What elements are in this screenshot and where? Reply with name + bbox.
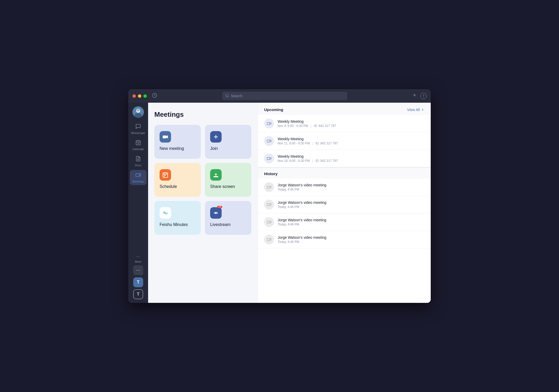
upcoming-item-0-icon bbox=[264, 119, 274, 128]
svg-rect-17 bbox=[136, 174, 139, 176]
more-label: More bbox=[135, 260, 141, 263]
svg-line-2 bbox=[228, 96, 228, 97]
history-icon[interactable] bbox=[152, 93, 157, 99]
more-button[interactable]: ··· More bbox=[135, 254, 141, 263]
search-bar[interactable]: Search bbox=[222, 92, 347, 100]
upcoming-section: Upcoming View All bbox=[258, 103, 431, 168]
close-button[interactable] bbox=[132, 94, 136, 98]
docs-icon bbox=[135, 156, 141, 163]
help-button[interactable]: ? bbox=[420, 93, 427, 99]
history-item-1-time: Today, 4:46 PM bbox=[278, 205, 424, 209]
page-title: Meetings bbox=[154, 111, 251, 119]
svg-rect-32 bbox=[214, 176, 218, 177]
avatar[interactable] bbox=[132, 106, 144, 118]
sidebar-item-messenger-label: Messenger bbox=[131, 131, 145, 134]
meeting-grid: New meeting Join bbox=[154, 125, 251, 235]
upcoming-header: Upcoming View All bbox=[258, 103, 431, 115]
feishu-minutes-card[interactable]: Feishu Minutes bbox=[154, 201, 201, 235]
calendar-icon: 29 bbox=[135, 140, 141, 147]
schedule-label: Schedule bbox=[160, 184, 177, 189]
upcoming-item-0-name: Weekly Meeting bbox=[278, 119, 424, 124]
history-item-0-name: Jorge Watson's video meeting bbox=[278, 183, 424, 187]
upcoming-item-0-detail: Nov 4, 6:00 - 6:30 PM | ID: 842 317 797 bbox=[278, 124, 424, 128]
history-item-1-name: Jorge Watson's video meeting bbox=[278, 200, 424, 205]
svg-point-1 bbox=[226, 94, 228, 96]
upcoming-item-1-name: Weekly Meeting bbox=[278, 137, 424, 141]
upcoming-item-1-icon bbox=[264, 136, 274, 146]
history-item-2[interactable]: Jorge Watson's video meeting Today, 4:46… bbox=[258, 213, 431, 231]
sidebar-item-messenger[interactable]: Messenger bbox=[130, 121, 147, 137]
livestream-card[interactable]: LIVE Livestream bbox=[205, 201, 251, 235]
history-section: History Jorge Watson's video me bbox=[258, 168, 431, 248]
share-screen-card[interactable]: Share screen bbox=[205, 163, 251, 197]
sidebar-item-docs[interactable]: Docs bbox=[130, 154, 147, 169]
share-screen-label: Share screen bbox=[210, 184, 235, 189]
history-item-2-time: Today, 4:46 PM bbox=[278, 223, 424, 226]
upcoming-item-2[interactable]: Weekly Meeting Nov 18, 6:00 - 6:30 PM | … bbox=[258, 150, 431, 167]
view-all-button[interactable]: View All bbox=[407, 108, 424, 112]
history-item-3-info: Jorge Watson's video meeting Today, 4:46… bbox=[278, 235, 424, 244]
titlebar: Search ? bbox=[128, 89, 431, 103]
search-placeholder: Search bbox=[231, 94, 242, 98]
search-icon bbox=[225, 94, 229, 98]
extra-dots-button[interactable] bbox=[133, 265, 143, 275]
maximize-button[interactable] bbox=[143, 94, 147, 98]
svg-point-18 bbox=[136, 270, 137, 271]
history-item-3-name: Jorge Watson's video meeting bbox=[278, 235, 424, 240]
app-window: Search ? bbox=[128, 89, 431, 303]
history-item-1[interactable]: Jorge Watson's video meeting Today, 4:46… bbox=[258, 196, 431, 213]
svg-text:29: 29 bbox=[137, 143, 139, 144]
history-item-0-time: Today, 4:46 PM bbox=[278, 188, 424, 191]
content-area: Meetings New meeting bbox=[148, 103, 431, 303]
svg-rect-39 bbox=[267, 221, 270, 223]
svg-rect-36 bbox=[267, 157, 270, 160]
schedule-card[interactable]: Schedule bbox=[154, 163, 201, 197]
history-item-3[interactable]: Jorge Watson's video meeting Today, 4:46… bbox=[258, 231, 431, 248]
history-item-0[interactable]: Jorge Watson's video meeting Today, 4:46… bbox=[258, 179, 431, 196]
add-button[interactable] bbox=[412, 93, 417, 99]
new-meeting-icon bbox=[160, 131, 171, 143]
livestream-icon: LIVE bbox=[210, 207, 222, 219]
share-screen-icon bbox=[210, 169, 222, 181]
upcoming-item-2-info: Weekly Meeting Nov 18, 6:00 - 6:30 PM | … bbox=[278, 154, 424, 163]
more-dots-icon: ··· bbox=[136, 254, 140, 259]
schedule-icon bbox=[160, 169, 171, 181]
svg-point-20 bbox=[139, 270, 140, 271]
sidebar-item-docs-label: Docs bbox=[135, 164, 141, 167]
livestream-label: Livestream bbox=[210, 222, 230, 227]
sidebar: Messenger 29 Calendar bbox=[128, 103, 148, 303]
upcoming-item-2-name: Weekly Meeting bbox=[278, 154, 424, 158]
live-badge: LIVE bbox=[217, 206, 222, 208]
upcoming-list: Weekly Meeting Nov 4, 6:00 - 6:30 PM | I… bbox=[258, 115, 431, 167]
svg-point-33 bbox=[215, 212, 217, 214]
minimize-button[interactable] bbox=[138, 94, 141, 98]
history-item-2-icon bbox=[264, 217, 274, 227]
feishu-minutes-icon bbox=[160, 207, 171, 219]
join-label: Join bbox=[210, 146, 218, 151]
history-item-3-time: Today, 4:46 PM bbox=[278, 240, 424, 244]
svg-rect-28 bbox=[164, 175, 165, 176]
history-title: History bbox=[264, 172, 278, 176]
sidebar-item-calendar[interactable]: 29 Calendar bbox=[130, 138, 147, 153]
upcoming-item-2-icon bbox=[264, 154, 274, 163]
upcoming-item-0[interactable]: Weekly Meeting Nov 4, 6:00 - 6:30 PM | I… bbox=[258, 115, 431, 132]
upcoming-item-1[interactable]: Weekly Meeting Nov 11, 6:00 - 6:30 PM | … bbox=[258, 132, 431, 150]
upcoming-item-1-detail: Nov 11, 6:00 - 6:30 PM | ID: 842 317 797 bbox=[278, 142, 424, 145]
svg-point-19 bbox=[138, 270, 139, 271]
svg-rect-40 bbox=[267, 238, 270, 241]
sidebar-item-meetings[interactable]: Meetings bbox=[130, 170, 147, 185]
svg-rect-30 bbox=[164, 176, 165, 177]
badge-blue-button[interactable]: T bbox=[133, 277, 143, 287]
upcoming-item-1-info: Weekly Meeting Nov 11, 6:00 - 6:30 PM | … bbox=[278, 137, 424, 145]
sidebar-item-meetings-label: Meetings bbox=[132, 180, 144, 183]
badge-outline-button[interactable]: T bbox=[133, 289, 143, 299]
history-item-2-name: Jorge Watson's video meeting bbox=[278, 218, 424, 222]
feishu-minutes-label: Feishu Minutes bbox=[160, 222, 188, 227]
history-list: Jorge Watson's video meeting Today, 4:46… bbox=[258, 179, 431, 248]
svg-rect-35 bbox=[267, 140, 270, 142]
svg-rect-37 bbox=[267, 186, 270, 188]
new-meeting-card[interactable]: New meeting bbox=[154, 125, 201, 159]
join-card[interactable]: Join bbox=[205, 125, 251, 159]
history-item-1-info: Jorge Watson's video meeting Today, 4:46… bbox=[278, 200, 424, 209]
upcoming-item-0-info: Weekly Meeting Nov 4, 6:00 - 6:30 PM | I… bbox=[278, 119, 424, 128]
